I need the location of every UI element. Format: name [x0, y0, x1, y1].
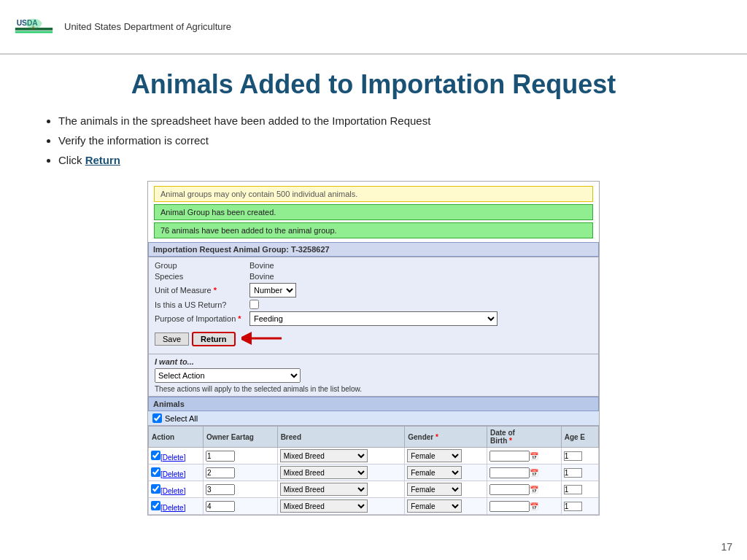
- species-value: Bovine: [249, 272, 274, 281]
- eartag-input[interactable]: [206, 467, 235, 478]
- form-body: Group Bovine Species Bovine Unit of Meas…: [148, 257, 599, 354]
- i-want-to-section: I want to... Select Action These actions…: [148, 354, 599, 397]
- notification-green-1: Animal Group has been created.: [154, 204, 593, 220]
- purpose-label: Purpose of Importation *: [155, 314, 249, 323]
- row-checkbox[interactable]: [151, 451, 160, 460]
- form-row-species: Species Bovine: [155, 272, 592, 281]
- calendar-icon[interactable]: 📅: [530, 502, 538, 510]
- usda-logo: USDA: [12, 16, 55, 38]
- save-button[interactable]: Save: [155, 332, 189, 346]
- unit-label: Unit of Measure *: [155, 286, 249, 295]
- age-input[interactable]: [564, 468, 582, 478]
- header-organization-name: United States Department of Agriculture: [64, 21, 231, 32]
- col-breed: Breed: [277, 427, 405, 448]
- notification-green-2: 76 animals have been added to the animal…: [154, 222, 593, 238]
- form-row-unit: Unit of Measure * Number Weight: [155, 283, 592, 298]
- purpose-select[interactable]: Feeding Breeding Slaughter: [249, 311, 498, 326]
- bullet-1: The animals in the spreadsheet have been…: [58, 113, 703, 128]
- delete-link[interactable]: [Delete]: [160, 504, 185, 512]
- select-all-label: Select All: [165, 414, 198, 423]
- animals-table: Action Owner Eartag Breed Gender * Date …: [148, 426, 599, 515]
- form-container: Animal groups may only contain 500 indiv…: [147, 181, 600, 516]
- content-area: Animal groups may only contain 500 indiv…: [0, 181, 747, 516]
- age-input[interactable]: [564, 451, 582, 461]
- usreturn-label: Is this a US Return?: [155, 300, 249, 309]
- calendar-icon[interactable]: 📅: [530, 469, 538, 477]
- form-buttons-row: Save Return: [155, 330, 592, 348]
- age-input[interactable]: [564, 485, 582, 494]
- form-section-title: Importation Request Animal Group: T-3258…: [148, 242, 599, 257]
- bullet-2: Verify the information is correct: [58, 133, 703, 148]
- delete-link[interactable]: [Delete]: [160, 454, 185, 462]
- gender-select[interactable]: Female: [407, 483, 462, 496]
- breed-select[interactable]: Mixed Breed: [280, 449, 368, 462]
- select-action-dropdown[interactable]: Select Action: [155, 368, 301, 383]
- form-row-purpose: Purpose of Importation * Feeding Breedin…: [155, 311, 592, 326]
- notification-yellow: Animal groups may only contain 500 indiv…: [154, 186, 593, 202]
- col-action: Action: [149, 427, 204, 448]
- usda-logo-icon: USDA: [12, 16, 55, 38]
- col-age: Age E: [561, 427, 598, 448]
- table-row: [Delete]Mixed BreedFemale📅: [149, 448, 599, 464]
- col-eartag: Owner Eartag: [203, 427, 277, 448]
- page-number: 17: [721, 541, 732, 553]
- form-row-usreturn: Is this a US Return?: [155, 300, 592, 309]
- unit-of-measure-select[interactable]: Number Weight: [249, 283, 296, 298]
- i-want-to-title: I want to...: [155, 357, 592, 366]
- dob-input[interactable]: [489, 467, 530, 478]
- group-value: Bovine: [249, 261, 274, 270]
- slide-title: Animals Added to Importation Request: [0, 55, 747, 107]
- return-button[interactable]: Return: [192, 332, 235, 346]
- breed-select[interactable]: Mixed Breed: [280, 483, 368, 496]
- col-gender: Gender *: [405, 427, 487, 448]
- us-return-checkbox[interactable]: [249, 300, 259, 309]
- dob-input[interactable]: [489, 451, 530, 462]
- eartag-input[interactable]: [206, 484, 235, 495]
- animals-table-body: [Delete]Mixed BreedFemale📅[Delete]Mixed …: [149, 448, 599, 515]
- row-checkbox[interactable]: [151, 484, 160, 494]
- return-link[interactable]: Return: [85, 154, 120, 166]
- dob-input[interactable]: [489, 484, 530, 495]
- gender-select[interactable]: Female: [407, 466, 462, 479]
- delete-link[interactable]: [Delete]: [160, 470, 185, 478]
- gender-select[interactable]: Female: [407, 499, 462, 513]
- group-label: Group: [155, 261, 249, 270]
- calendar-icon[interactable]: 📅: [530, 452, 538, 460]
- form-row-group: Group Bovine: [155, 261, 592, 270]
- species-label: Species: [155, 272, 249, 281]
- table-row: [Delete]Mixed BreedFemale📅: [149, 464, 599, 481]
- breed-select[interactable]: Mixed Breed: [280, 499, 368, 513]
- age-input[interactable]: [564, 502, 582, 511]
- dob-input[interactable]: [489, 501, 530, 512]
- table-row: [Delete]Mixed BreedFemale📅: [149, 481, 599, 498]
- eartag-input[interactable]: [206, 451, 235, 462]
- return-arrow: [241, 330, 285, 348]
- gender-select[interactable]: Female: [407, 449, 462, 462]
- breed-select[interactable]: Mixed Breed: [280, 466, 368, 479]
- svg-rect-3: [15, 31, 52, 33]
- col-dob: Date ofBirth *: [487, 427, 561, 448]
- row-checkbox[interactable]: [151, 467, 160, 477]
- animals-table-header-row: Action Owner Eartag Breed Gender * Date …: [149, 427, 599, 448]
- svg-rect-5: [32, 26, 34, 30]
- i-want-to-note: These actions will apply to the selected…: [155, 385, 592, 393]
- animals-select-all-row: Select All: [148, 411, 599, 426]
- bullets-section: The animals in the spreadsheet have been…: [0, 107, 747, 181]
- animals-section-header: Animals: [148, 397, 599, 411]
- row-checkbox[interactable]: [151, 501, 160, 510]
- select-all-checkbox[interactable]: [152, 413, 162, 423]
- table-row: [Delete]Mixed BreedFemale📅: [149, 498, 599, 515]
- calendar-icon[interactable]: 📅: [530, 486, 538, 494]
- eartag-input[interactable]: [206, 501, 235, 512]
- header: USDA United States Department of Agricul…: [0, 0, 747, 55]
- bullet-3: Click Return: [58, 152, 703, 168]
- delete-link[interactable]: [Delete]: [160, 487, 185, 495]
